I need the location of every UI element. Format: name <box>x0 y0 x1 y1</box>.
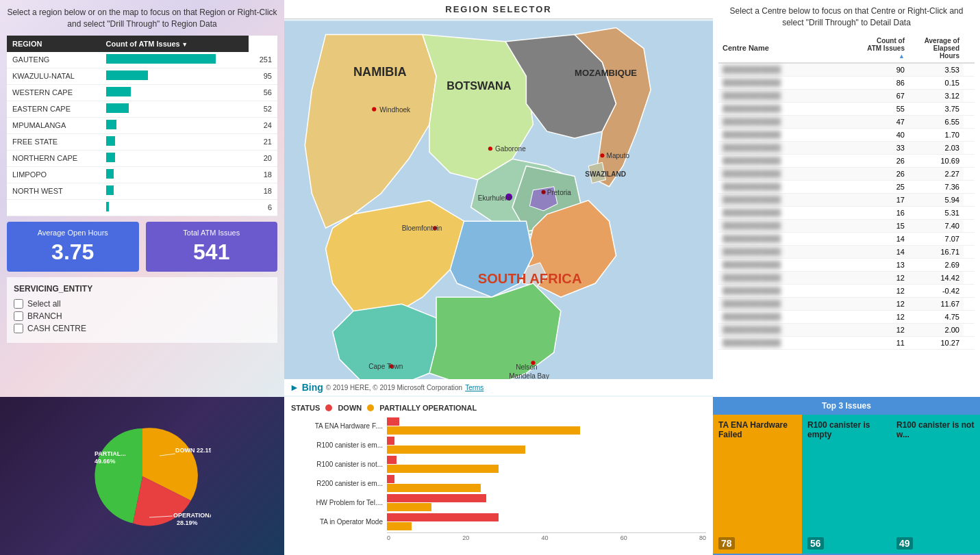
svg-text:Cape Town: Cape Town <box>368 363 403 370</box>
table-row[interactable]: ████████████ 26 10.69 <box>718 154 975 167</box>
center-panel: REGION SELECTOR <box>284 0 713 397</box>
top3-cards: TA ENA Hardware Failed 78 R100 canister … <box>713 415 980 554</box>
centre-table-scroll[interactable]: Centre Name Count ofATM Issues Average o… <box>718 34 975 350</box>
elapsed-cell: 10.27 <box>909 336 964 349</box>
elapsed-header[interactable]: Average ofElapsed Hours <box>909 34 964 63</box>
elapsed-cell: 7.07 <box>909 232 964 245</box>
bar-segments <box>387 437 525 454</box>
bottom-center-panel: STATUS DOWN PARTIALLY OPERATIONAL TA ENA… <box>284 397 713 555</box>
table-row[interactable]: ████████████ 11 10.27 <box>718 336 975 349</box>
cash-centre-item[interactable]: CASH CENTRE <box>14 324 271 333</box>
centre-name-cell: ████████████ <box>718 271 861 284</box>
atm-count-cell: 33 <box>861 141 909 154</box>
atm-count-header[interactable]: Count ofATM Issues <box>861 34 909 63</box>
table-row[interactable]: ████████████ 26 2.27 <box>718 167 975 180</box>
svg-text:Pretoria: Pretoria <box>547 189 572 196</box>
bar-chart-row: TA in Operator Mode <box>291 513 706 530</box>
table-row[interactable]: ████████████ 12 2.00 <box>718 323 975 336</box>
region-name[interactable]: FREE STATE <box>7 133 101 150</box>
table-row[interactable]: ████████████ 12 -0.42 <box>718 284 975 297</box>
pie-section: PARTIAL... 49.66% DOWN 22.15% OPERATIONA… <box>74 418 211 534</box>
region-name[interactable]: LIMPOPO <box>7 166 101 183</box>
region-name[interactable]: NORTH WEST <box>7 183 101 199</box>
avg-hours-label: Average Open Hours <box>14 229 132 237</box>
atm-count-cell: 40 <box>861 128 909 141</box>
table-row[interactable]: ████████████ 55 3.75 <box>718 102 975 115</box>
elapsed-cell: 6.55 <box>909 115 964 128</box>
region-name[interactable]: MPUMALANGA <box>7 117 101 133</box>
region-name[interactable]: EASTERN CAPE <box>7 101 101 117</box>
partial-bar <box>387 503 431 511</box>
region-name[interactable]: WESTERN CAPE <box>7 84 101 101</box>
right-panel: Select a Centre below to focus on that C… <box>713 0 980 397</box>
branch-item[interactable]: BRANCH <box>14 311 271 321</box>
table-row[interactable]: ████████████ 86 0.15 <box>718 76 975 89</box>
elapsed-cell: 3.53 <box>909 63 964 77</box>
atm-count-cell: 15 <box>861 219 909 232</box>
select-all-item[interactable]: Select all <box>14 299 271 309</box>
table-row[interactable]: ████████████ 16 5.31 <box>718 206 975 219</box>
table-row[interactable]: ████████████ 90 3.53 <box>718 63 975 77</box>
right-instruction: Select a Centre below to focus on that C… <box>718 5 975 29</box>
table-row[interactable]: ████████████ 67 3.12 <box>718 89 975 102</box>
region-count: 6 <box>249 199 277 216</box>
region-name[interactable] <box>7 199 101 216</box>
centre-name-cell: ████████████ <box>718 76 861 89</box>
atm-count-cell: 12 <box>861 323 909 336</box>
branch-checkbox[interactable] <box>14 311 23 321</box>
top3-card[interactable]: R100 canister is not w... 49 <box>891 415 980 554</box>
table-row[interactable]: ████████████ 15 7.40 <box>718 219 975 232</box>
bar-chart-row: TA ENA Hardware F.... <box>291 417 706 435</box>
table-row[interactable]: ████████████ 13 2.69 <box>718 258 975 271</box>
bar-segments <box>387 494 486 511</box>
region-count: 24 <box>249 117 277 133</box>
table-row[interactable]: ████████████ 47 6.55 <box>718 115 975 128</box>
region-name[interactable]: KWAZULU-NATAL <box>7 68 101 84</box>
atm-count-cell: 14 <box>861 232 909 245</box>
top3-card-label: R100 canister is not w... <box>891 415 980 445</box>
centre-name-cell: ████████████ <box>718 128 861 141</box>
south-africa-label: SOUTH AFRICA <box>478 271 582 286</box>
count-col-header[interactable]: Count of ATM Issues <box>101 36 249 52</box>
table-row[interactable]: ████████████ 17 5.94 <box>718 193 975 206</box>
table-row[interactable]: ████████████ 14 7.07 <box>718 232 975 245</box>
table-row[interactable]: ████████████ 33 2.03 <box>718 141 975 154</box>
svg-text:Gaborone: Gaborone <box>495 145 526 153</box>
region-count: 18 <box>249 183 277 199</box>
bar-segments <box>387 475 481 492</box>
cash-centre-checkbox[interactable] <box>14 324 23 333</box>
table-row[interactable]: ████████████ 25 7.36 <box>718 180 975 193</box>
centre-name-cell: ████████████ <box>718 193 861 206</box>
centre-name-cell: ████████████ <box>718 297 861 310</box>
bar-segments <box>387 417 580 435</box>
table-row[interactable]: ████████████ 12 14.42 <box>718 271 975 284</box>
region-name[interactable]: NORTHERN CAPE <box>7 150 101 166</box>
table-row[interactable]: ████████████ 12 4.75 <box>718 310 975 323</box>
region-count: 18 <box>249 166 277 183</box>
top3-card[interactable]: R100 canister is empty 56 <box>802 415 891 554</box>
region-table: REGION Count of ATM Issues GAUTENG 251 K… <box>7 36 277 216</box>
centre-name-cell: ████████████ <box>718 102 861 115</box>
region-map[interactable]: NAMIBIA BOTSWANA MOZAMBIQUE SWAZILAND LE… <box>284 19 713 396</box>
bing-bar: ► Bing © 2019 HERE, © 2019 Microsoft Cor… <box>284 379 713 396</box>
table-row[interactable]: ████████████ 14 16.71 <box>718 245 975 258</box>
mozambique-label: MOZAMBIQUE <box>575 68 637 78</box>
centre-name-cell: ████████████ <box>718 258 861 271</box>
top3-card[interactable]: TA ENA Hardware Failed 78 <box>713 415 802 554</box>
bar-chart-row: HW Problem for Tel.... <box>291 494 706 511</box>
map-container[interactable]: NAMIBIA BOTSWANA MOZAMBIQUE SWAZILAND LE… <box>284 19 713 396</box>
select-all-checkbox[interactable] <box>14 299 23 309</box>
servicing-section: SERVICING_ENTITY Select all BRANCH CASH … <box>7 277 277 343</box>
region-name[interactable]: GAUTENG <box>7 52 101 68</box>
svg-text:Windhoek: Windhoek <box>379 106 411 114</box>
servicing-title: SERVICING_ENTITY <box>14 284 271 294</box>
scroll-indicator <box>964 34 975 63</box>
table-row[interactable]: ████████████ 40 1.70 <box>718 128 975 141</box>
elapsed-cell: 5.94 <box>909 193 964 206</box>
svg-text:Bloemfontein: Bloemfontein <box>402 224 442 232</box>
centre-name-header[interactable]: Centre Name <box>718 34 861 63</box>
centre-name-cell: ████████████ <box>718 310 861 323</box>
elapsed-cell: 2.00 <box>909 323 964 336</box>
table-row[interactable]: ████████████ 12 11.67 <box>718 297 975 310</box>
bing-terms[interactable]: Terms <box>465 384 483 391</box>
